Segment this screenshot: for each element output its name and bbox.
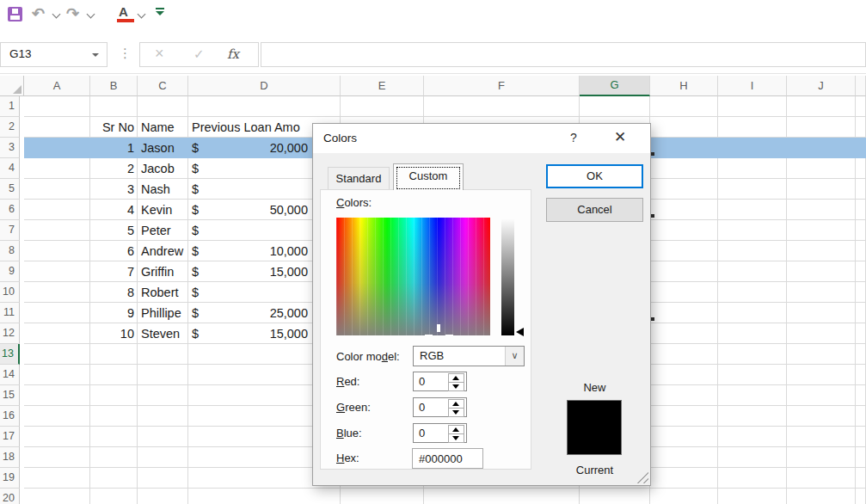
row-header-7[interactable]: 7 — [0, 220, 20, 241]
column-header-I[interactable]: I — [718, 76, 787, 96]
current-label: Current — [546, 464, 643, 476]
column-header-C[interactable]: C — [138, 76, 188, 96]
column-header-F[interactable]: F — [424, 76, 580, 96]
luminance-slider-arrow-icon[interactable] — [516, 328, 524, 336]
row-header-16[interactable]: 16 — [0, 406, 20, 427]
green-spin-up[interactable] — [449, 400, 464, 409]
cell-D6-amount[interactable]: 50,000 — [188, 200, 308, 220]
formula-bar-input[interactable] — [261, 42, 866, 67]
row-header-6[interactable]: 6 — [0, 200, 20, 220]
font-color-dropdown-icon[interactable] — [138, 10, 146, 19]
cell-B9[interactable]: 7 — [90, 261, 134, 282]
chevron-down-icon[interactable]: ∨ — [505, 347, 524, 366]
row-header-9[interactable]: 9 — [0, 261, 20, 282]
row-header-8[interactable]: 8 — [0, 241, 20, 261]
dialog-title: Colors — [323, 132, 357, 144]
undo-icon[interactable]: ↶ — [32, 6, 45, 22]
font-color-bar — [117, 19, 134, 22]
cell-B11[interactable]: 9 — [90, 303, 134, 323]
undo-dropdown-icon[interactable] — [52, 10, 61, 19]
red-spin-up[interactable] — [449, 374, 464, 383]
quick-access-toolbar: ↶ ↷ A — [0, 0, 866, 38]
cell-B12[interactable]: 10 — [90, 323, 134, 344]
blue-spin-down[interactable] — [449, 434, 464, 442]
row-header-5[interactable]: 5 — [0, 179, 20, 200]
row-header-20[interactable]: 20 — [0, 489, 20, 504]
font-color-icon[interactable]: A — [119, 5, 128, 18]
redo-dropdown-icon[interactable] — [87, 10, 95, 19]
hex-input[interactable]: #000000 — [412, 448, 483, 469]
column-header-E[interactable]: E — [341, 76, 424, 96]
luminance-slider[interactable] — [501, 218, 514, 335]
cancel-entry-icon[interactable]: × — [155, 45, 164, 63]
row-header-19[interactable]: 19 — [0, 468, 20, 489]
row-header-10[interactable]: 10 — [0, 282, 20, 303]
cell-B6[interactable]: 4 — [90, 200, 134, 220]
formula-bar-splitter-icon[interactable]: ⋮ — [119, 46, 132, 61]
row-header-2[interactable]: 2 — [0, 117, 20, 138]
blue-input[interactable]: 0 — [413, 423, 467, 443]
column-header-D[interactable]: D — [188, 76, 341, 96]
customize-quick-access-icon[interactable] — [156, 8, 164, 15]
column-header-H[interactable]: H — [650, 76, 718, 96]
save-icon[interactable] — [8, 7, 22, 22]
row-header-3[interactable]: 3 — [0, 138, 20, 158]
column-header-G[interactable]: G — [580, 76, 650, 96]
row-header-18[interactable]: 18 — [0, 447, 20, 468]
row-header-14[interactable]: 14 — [0, 365, 20, 385]
row-header-12[interactable]: 12 — [0, 323, 20, 344]
cell-B4[interactable]: 2 — [90, 158, 134, 179]
cell-B3[interactable]: 1 — [90, 138, 134, 158]
insert-function-icon[interactable]: fx — [227, 46, 239, 62]
cell-D9-amount[interactable]: 15,000 — [188, 261, 308, 282]
green-spin-down[interactable] — [449, 409, 464, 416]
row-header-4[interactable]: 4 — [0, 158, 20, 179]
name-box-dropdown-icon[interactable] — [92, 53, 99, 57]
clipped-text-mark — [651, 152, 654, 156]
cell-D3-amount[interactable]: 20,000 — [188, 138, 308, 158]
select-all-corner[interactable] — [0, 76, 24, 96]
cell-C2-name-header[interactable]: Name — [141, 117, 193, 138]
currency-symbol-D10[interactable]: $ — [192, 282, 209, 303]
cell-D11-amount[interactable]: 25,000 — [188, 303, 308, 323]
cell-B2-sr-no-header[interactable]: Sr No — [90, 117, 134, 138]
color-gradient-picker[interactable] — [336, 218, 490, 335]
blue-spin-up[interactable] — [449, 426, 464, 434]
row-header-13[interactable]: 13 — [0, 344, 20, 365]
gridline-horizontal — [24, 488, 866, 489]
dialog-title-bar[interactable]: Colors — [313, 124, 650, 153]
currency-symbol-D5[interactable]: $ — [192, 179, 209, 200]
tab-standard[interactable]: Standard — [328, 167, 390, 190]
column-header-J[interactable]: J — [787, 76, 856, 96]
green-input[interactable]: 0 — [413, 397, 467, 417]
tab-focus-outline — [396, 167, 460, 189]
ok-button[interactable]: OK — [546, 164, 643, 188]
row-header-17[interactable]: 17 — [0, 427, 20, 447]
cell-B8[interactable]: 6 — [90, 241, 134, 261]
help-icon[interactable]: ? — [566, 131, 581, 146]
red-input[interactable]: 0 — [413, 372, 467, 391]
enter-entry-icon[interactable]: ✓ — [193, 46, 205, 62]
row-header-1[interactable]: 1 — [0, 96, 20, 117]
name-box[interactable]: G13 — [0, 42, 107, 67]
red-spin-down[interactable] — [449, 383, 464, 390]
cell-B10[interactable]: 8 — [90, 282, 134, 303]
currency-symbol-D4[interactable]: $ — [192, 158, 209, 179]
cell-D12-amount[interactable]: 15,000 — [188, 323, 308, 344]
cell-B7[interactable]: 5 — [90, 220, 134, 241]
close-icon[interactable]: ✕ — [611, 128, 630, 147]
row-header-15[interactable]: 15 — [0, 385, 20, 406]
row-header-11[interactable]: 11 — [0, 303, 20, 323]
cell-B5[interactable]: 3 — [90, 179, 134, 200]
color-model-select[interactable]: RGB ∨ — [413, 346, 525, 366]
redo-icon[interactable]: ↷ — [66, 6, 79, 22]
cancel-button[interactable]: Cancel — [546, 198, 643, 222]
cell-D8-amount[interactable]: 10,000 — [188, 241, 308, 261]
column-header-A[interactable]: A — [24, 76, 90, 96]
tab-custom[interactable]: Custom — [393, 163, 464, 190]
name-box-value: G13 — [9, 47, 32, 60]
new-label: New — [546, 381, 643, 394]
column-header-partial[interactable] — [856, 76, 866, 96]
currency-symbol-D7[interactable]: $ — [192, 220, 209, 241]
column-header-B[interactable]: B — [90, 76, 138, 96]
